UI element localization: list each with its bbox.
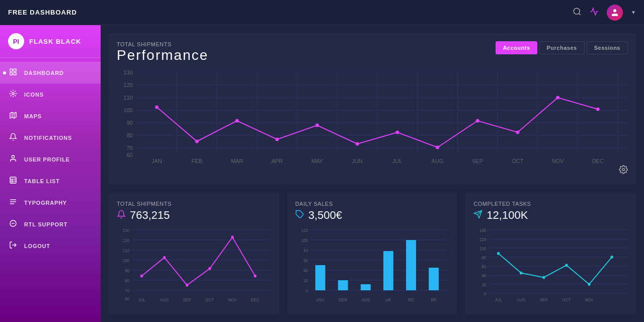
svg-text:70: 70 [127,145,133,151]
svg-text:SEP: SEP [472,158,483,164]
svg-rect-6 [14,72,16,75]
svg-text:AUG: AUG [432,158,444,164]
tab-sessions[interactable]: Sessions [587,41,628,54]
navbar: FREE DASHBOARD ▼ [0,0,644,25]
svg-text:JUL: JUL [138,297,145,303]
sidebar-label-rtl-support: RTL SUPPORT [24,221,67,227]
icons-icon [8,90,18,99]
sidebar-label-table-list: TABLE LIST [24,178,60,184]
svg-point-62 [195,140,199,143]
sales-title: Daily Sales [295,201,450,207]
svg-point-11 [12,155,14,158]
svg-text:40: 40 [482,273,487,279]
navbar-brand: FREE DASHBOARD [8,9,77,16]
typography-icon [8,198,18,207]
svg-text:DEC: DEC [251,297,260,303]
shipments-title: Total Shipments [117,201,271,207]
rtl-support-icon [8,219,18,229]
bottom-card-tasks: Completed Tasks 12,100K .gl3{stroke:#2e3… [465,193,636,314]
svg-point-64 [275,138,279,141]
svg-point-2 [613,9,616,12]
svg-point-69 [476,119,479,123]
notifications-icon [8,133,18,142]
svg-text:BR: BR [431,297,436,303]
svg-text:UK: UK [385,297,391,303]
svg-point-94 [254,275,256,278]
svg-text:USA: USA [316,297,325,303]
sidebar-logo: PI [8,33,24,49]
tasks-value: 12,100K [473,209,628,222]
svg-text:70: 70 [125,288,129,294]
svg-rect-3 [10,69,13,71]
svg-point-149 [566,264,568,267]
sidebar-label-typography: TYPOGRAPHY [24,200,67,206]
svg-rect-4 [14,69,16,71]
svg-text:FEB: FEB [192,158,202,164]
svg-point-0 [574,8,580,14]
chart-title-block: Total Shipments Performance [117,41,208,63]
svg-text:120: 120 [479,237,487,243]
svg-text:JUL: JUL [392,158,402,164]
svg-point-93 [231,236,233,239]
main-layout: PI FLASK BLACK DASHBOARD [0,25,644,322]
sales-value: 3,500€ [295,209,450,222]
svg-rect-120 [406,240,416,290]
tab-accounts[interactable]: Accounts [496,41,537,54]
user-dropdown-arrow[interactable]: ▼ [631,10,636,15]
svg-text:60: 60 [482,264,487,270]
sidebar-item-rtl-support[interactable]: RTL SUPPORT [0,213,101,235]
tab-purchases[interactable]: Purchases [539,41,585,54]
sidebar-item-notifications[interactable]: NOTIFICATIONS [0,127,101,148]
sidebar: PI FLASK BLACK DASHBOARD [0,25,101,322]
svg-text:120: 120 [301,228,308,233]
svg-point-72 [596,108,600,111]
user-profile-icon [8,154,18,164]
active-indicator [3,71,6,74]
activity-icon[interactable] [590,7,599,18]
tasks-chart: .gl3{stroke:#2e3460;stroke-width:1;} .tl… [473,226,628,306]
svg-text:130: 130 [124,69,133,75]
svg-text:OCT: OCT [512,158,523,164]
sidebar-label-notifications: NOTIFICATIONS [24,135,72,141]
svg-text:AUG: AUG [517,297,526,303]
performance-chart: .grid-line { stroke: #2e3460; stroke-wid… [117,67,628,168]
svg-text:NOV: NOV [552,158,564,164]
sidebar-label-icons: ICONS [24,92,44,98]
settings-icon[interactable] [619,165,628,177]
chart-tabs: Accounts Purchases Sessions [496,41,628,54]
logout-icon [8,241,18,251]
search-icon[interactable] [573,7,582,18]
svg-text:80: 80 [303,248,308,254]
tag-icon [295,210,304,221]
svg-point-150 [588,283,591,286]
sidebar-item-user-profile[interactable]: USER PROFILE [0,148,101,170]
sidebar-label-user-profile: USER PROFILE [24,156,70,163]
svg-point-151 [611,256,613,259]
sidebar-label-dashboard: DASHBOARD [24,70,64,76]
bottom-card-sales: Daily Sales 3,500€ .gl2{stroke:#2e3460;s… [287,193,458,314]
avatar[interactable] [607,5,623,21]
sidebar-item-typography[interactable]: TYPOGRAPHY [0,192,101,213]
svg-text:60: 60 [125,296,129,302]
svg-text:110: 110 [124,95,133,101]
svg-text:0: 0 [305,288,308,294]
chart-subtitle: Total Shipments [117,41,208,47]
svg-text:100: 100 [479,246,487,252]
svg-point-92 [208,267,211,270]
sidebar-item-dashboard[interactable]: DASHBOARD [0,62,101,84]
chart-title: Performance [117,47,208,63]
svg-point-63 [235,119,239,123]
svg-text:60: 60 [127,152,133,158]
sidebar-item-logout[interactable]: LOGOUT [0,235,101,257]
svg-rect-119 [383,251,393,290]
sidebar-item-table-list[interactable]: TABLE LIST [0,170,101,192]
sidebar-label-maps: MAPS [24,113,42,119]
svg-point-90 [163,256,166,259]
svg-text:DEC: DEC [592,158,604,164]
svg-rect-121 [429,268,439,290]
svg-text:SEP: SEP [183,297,192,303]
sidebar-item-icons[interactable]: ICONS [0,84,101,105]
svg-point-61 [155,106,158,109]
sidebar-item-maps[interactable]: MAPS [0,105,101,127]
svg-point-146 [497,252,500,255]
